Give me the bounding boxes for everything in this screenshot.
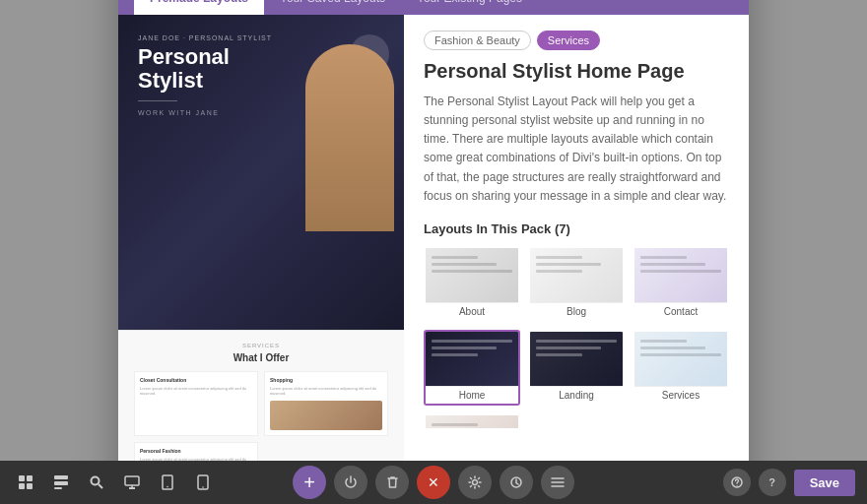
layout-preview-panel: JANE DOE · PERSONAL STYLIST Personal Sty… [118, 15, 404, 504]
thumb-contact-label: Contact [634, 302, 727, 320]
svg-rect-5 [54, 481, 68, 485]
modal-overlay: ← Layout Details ✕ Premade Layouts Your … [0, 0, 867, 461]
svg-point-22 [736, 485, 737, 486]
preview-subtitle: JANE DOE · PERSONAL STYLIST [138, 34, 384, 41]
settings-button[interactable] [458, 466, 492, 499]
thumb-landing-img [530, 332, 623, 386]
search-icon[interactable] [83, 469, 110, 496]
preview-divider [138, 100, 177, 101]
thumb-about[interactable]: About [424, 246, 520, 322]
service-2-title: Shopping [270, 377, 382, 383]
svg-rect-1 [27, 475, 33, 481]
thumb-blog[interactable]: Blog [528, 246, 625, 322]
mobile-icon[interactable] [189, 469, 217, 496]
thumb-home-label: Home [426, 386, 518, 404]
tab-saved-layouts[interactable]: Your Saved Layouts [264, 0, 401, 15]
service-2-image [270, 401, 382, 430]
layout-description: The Personal Stylist Layout Pack will he… [424, 93, 729, 206]
trash-button[interactable] [375, 466, 409, 499]
service-1-text: Lorem ipsum dolor sit amet consectetur a… [140, 386, 252, 397]
tag-services[interactable]: Services [537, 31, 600, 50]
close-button[interactable]: ✕ [417, 466, 450, 499]
svg-rect-6 [54, 487, 62, 489]
thumbnails-grid: About Blog [424, 246, 729, 428]
toolbar-right: ? Save [723, 469, 855, 496]
toolbar-center-icons: + ✕ [293, 466, 574, 499]
thumb-home[interactable]: Home [424, 330, 520, 406]
toolbar-left-icons [12, 469, 217, 496]
layouts-in-pack-heading: Layouts In This Pack (7) [424, 221, 729, 236]
settings-help-icon[interactable] [723, 469, 751, 496]
desktop-icon[interactable] [118, 469, 146, 496]
save-button[interactable]: Save [794, 470, 855, 496]
modal-body: JANE DOE · PERSONAL STYLIST Personal Sty… [118, 15, 749, 504]
thumb-about-img [426, 248, 518, 302]
power-button[interactable] [334, 466, 367, 499]
thumb-landing-label: Landing [530, 386, 623, 404]
svg-rect-2 [19, 483, 25, 489]
service-item-1: Closet Consultation Lorem ipsum dolor si… [134, 371, 258, 436]
thumb-services-img [634, 332, 727, 386]
thumb-services[interactable]: Services [633, 330, 729, 406]
svg-rect-0 [19, 475, 25, 481]
thumb-blog-img [530, 248, 623, 302]
help-icon[interactable]: ? [759, 469, 786, 496]
service-item-2: Shopping Lorem ipsum dolor sit amet cons… [264, 371, 388, 436]
services-label: SERVICES [134, 343, 388, 348]
tag-fashion-beauty[interactable]: Fashion & Beauty [424, 31, 531, 50]
add-button[interactable]: + [293, 466, 326, 499]
services-grid: Closet Consultation Lorem ipsum dolor si… [134, 371, 388, 473]
tag-row: Fashion & Beauty Services [424, 31, 729, 50]
tablet-icon[interactable] [154, 469, 181, 496]
thumb-home-img [426, 332, 518, 386]
layout-info-panel: Fashion & Beauty Services Personal Styli… [404, 15, 749, 428]
thumb-personal-img [426, 415, 518, 428]
thumb-about-label: About [426, 302, 518, 320]
history-button[interactable] [500, 466, 533, 499]
menu-button[interactable] [541, 466, 574, 499]
layout-details-modal: ← Layout Details ✕ Premade Layouts Your … [118, 0, 749, 504]
svg-point-15 [202, 486, 204, 488]
thumb-contact[interactable]: Contact [633, 246, 729, 322]
bottom-toolbar: + ✕ [0, 461, 867, 504]
svg-line-8 [99, 484, 102, 488]
svg-point-13 [167, 486, 168, 488]
svg-point-7 [92, 477, 100, 485]
svg-rect-9 [125, 476, 139, 485]
preview-image: JANE DOE · PERSONAL STYLIST Personal Sty… [118, 15, 404, 330]
service-3-title: Personal Fashion [140, 448, 252, 454]
services-title: What I Offer [134, 352, 388, 363]
thumb-services-label: Services [634, 386, 727, 404]
svg-rect-4 [54, 475, 68, 479]
thumb-contact-img [634, 248, 727, 302]
svg-point-16 [473, 480, 478, 485]
service-1-title: Closet Consultation [140, 377, 252, 383]
thumb-blog-label: Blog [530, 302, 623, 320]
service-2-text: Lorem ipsum dolor sit amet consectetur a… [270, 386, 382, 397]
tab-existing-pages[interactable]: Your Existing Pages [401, 0, 538, 15]
modal-tabs: Premade Layouts Your Saved Layouts Your … [118, 0, 749, 15]
layout-page-title: Personal Stylist Home Page [424, 60, 729, 83]
thumb-personal-stylist[interactable]: Personal Styli... [424, 413, 520, 428]
grid-icon[interactable] [12, 469, 39, 496]
modules-icon[interactable] [47, 469, 75, 496]
svg-rect-3 [27, 483, 33, 489]
preview-person-image [305, 44, 394, 231]
thumb-landing[interactable]: Landing [528, 330, 625, 406]
tab-premade-layouts[interactable]: Premade Layouts [134, 0, 264, 15]
